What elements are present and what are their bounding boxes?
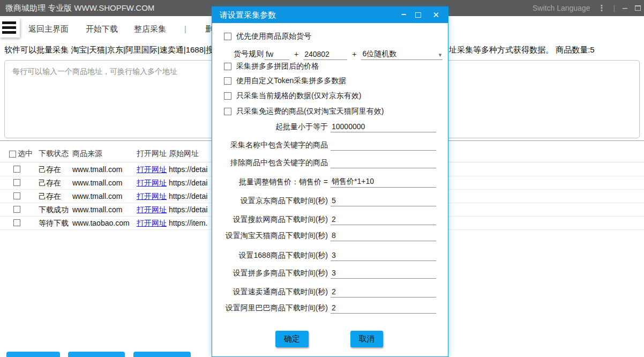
field-label: 起批量小于等于 — [212, 121, 328, 132]
hamburger-bar — [2, 21, 16, 24]
field-row-min-batch: 起批量小于等于 — [212, 121, 448, 135]
field-row-soukuan-delay: 设置搜款网商品下载时间(秒) — [212, 213, 448, 227]
random-digits-dropdown[interactable]: 6位随机数 ▾ — [361, 48, 443, 60]
back-to-main-button[interactable]: 返回主界面 — [28, 16, 69, 42]
plus-sign: + — [294, 50, 298, 58]
open-url-link[interactable]: 打开网址 — [137, 163, 167, 176]
alibaba-delay-input[interactable] — [331, 302, 436, 314]
dropdown-value: 6位随机数 — [362, 49, 396, 58]
dialog-title: 请设置采集参数 — [220, 7, 276, 23]
row-original-url: https://detai — [169, 203, 207, 217]
open-url-link[interactable]: 打开网址 — [137, 203, 167, 217]
titlebar-divider: | — [613, 4, 615, 12]
hamburger-menu-icon[interactable] — [0, 18, 20, 38]
row-source: www.tmall.com — [72, 163, 122, 176]
field-row-taobao-tmall-delay: 设置淘宝天猫商品下载时间(秒) — [212, 229, 448, 243]
field-label: 排除商品中包含关键字的商品 — [212, 157, 328, 168]
field-label: 批量调整销售价：销售价 = — [212, 176, 328, 188]
checkbox-icon[interactable] — [224, 63, 231, 70]
header-original-url: 原始网址 — [169, 149, 199, 159]
checkbox-icon[interactable] — [224, 92, 231, 100]
start-download-button[interactable]: 开始下载 — [86, 16, 118, 42]
checkbox-icon[interactable] — [224, 77, 231, 85]
row-source: www.tmall.com — [72, 203, 122, 217]
checkbox-icon[interactable] — [224, 33, 231, 40]
field-label: 设置阿里巴巴商品下载时间(秒) — [212, 302, 328, 314]
dialog-titlebar: 请设置采集参数 – ✕ — [212, 7, 448, 23]
header-source: 商品来源 — [72, 149, 102, 159]
dialog-minimize-icon[interactable]: – — [401, 7, 406, 22]
row-original-url: https://detai — [169, 163, 207, 176]
row-checkbox[interactable] — [13, 192, 20, 199]
bottom-action-button-1[interactable] — [6, 352, 60, 357]
header-open-url: 打开网址 — [137, 149, 167, 159]
field-row-include-keyword: 采集名称中包含关键字的商品 — [212, 139, 448, 153]
field-row-pdd-delay: 设置拼多多商品下载时间(秒) — [212, 267, 448, 281]
field-row-jd-delay: 设置京东商品下载时间(秒) — [212, 195, 448, 209]
soukuan-delay-input[interactable] — [331, 213, 436, 225]
field-label: 设置拼多多商品下载时间(秒) — [212, 267, 328, 279]
sku-prefix-input[interactable] — [265, 48, 289, 60]
row-original-url: https://detai — [169, 176, 207, 190]
pdd-group-price-checkbox-row[interactable]: 采集拼多多拼团后的价格 — [224, 62, 319, 71]
row-checkbox[interactable] — [13, 219, 20, 226]
taobao-tmall-delay-input[interactable] — [331, 229, 436, 241]
header-selected: 选中 — [18, 149, 33, 159]
whole-shop-collect-button[interactable]: 整店采集 — [134, 16, 166, 42]
bottom-action-button-2[interactable] — [68, 352, 125, 357]
min-batch-input[interactable] — [331, 121, 436, 132]
open-url-link[interactable]: 打开网址 — [137, 190, 167, 203]
open-url-link[interactable]: 打开网址 — [137, 176, 167, 190]
dialog-close-icon[interactable]: ✕ — [432, 7, 439, 23]
row-original-url: https://detai — [169, 190, 207, 203]
bottom-action-button-3[interactable] — [133, 352, 191, 357]
switch-language-button[interactable]: Switch Language — [533, 4, 590, 12]
plus-sign: + — [352, 50, 356, 58]
dialog-maximize-icon[interactable] — [415, 12, 421, 18]
custom-token-checkbox-row[interactable]: 使用自定义Token采集拼多多数据 — [224, 76, 346, 86]
checkbox-label: 优先使用商品原始货号 — [236, 32, 311, 41]
header-status: 下载状态 — [39, 149, 69, 159]
toolbar-divider: | — [184, 16, 186, 42]
row-checkbox[interactable] — [13, 166, 20, 173]
price-formula-input[interactable] — [331, 176, 436, 188]
jd-delay-input[interactable] — [331, 195, 436, 206]
collect-settings-dialog: 请设置采集参数 – ✕ 优先使用商品原始货号 货号规则 + + 6位随机数 ▾ … — [212, 6, 448, 357]
window-title: 微商城助理 专业版 WWW.SHOPFW.COM — [5, 0, 154, 16]
checkbox-icon[interactable] — [224, 108, 231, 115]
checkbox-label: 只采集当前规格的数据(仅对京东有效) — [236, 91, 361, 101]
maximize-icon[interactable] — [635, 5, 641, 11]
aliexpress-delay-input[interactable] — [331, 286, 436, 298]
titlebar-controls: Switch Language ⋮ | – — [533, 0, 641, 16]
sku-rule-row: 货号规则 + + 6位随机数 ▾ — [234, 48, 443, 61]
hamburger-bar — [2, 31, 16, 34]
pdd-delay-input[interactable] — [331, 267, 436, 279]
row-checkbox[interactable] — [13, 206, 20, 213]
chevron-down-icon: ▾ — [439, 49, 442, 60]
sku-middle-input[interactable] — [303, 48, 347, 60]
open-url-link[interactable]: 打开网址 — [137, 217, 167, 230]
alibaba1688-delay-input[interactable] — [331, 249, 436, 261]
exclude-keyword-input[interactable] — [331, 157, 436, 168]
ok-button[interactable]: 确定 — [275, 331, 309, 347]
info-text-right: 址采集等多种方式获得数据。 商品数量:5 — [449, 42, 595, 58]
field-label: 设置搜款网商品下载时间(秒) — [212, 213, 328, 225]
field-row-1688-delay: 设置1688商品下载时间(秒) — [212, 249, 448, 263]
free-shipping-only-checkbox-row[interactable]: 只采集免运费的商品(仅对淘宝天猫阿里有效) — [224, 107, 384, 116]
minimize-icon[interactable]: – — [623, 0, 627, 16]
row-checkbox[interactable] — [13, 179, 20, 186]
row-source: www.tmall.com — [72, 176, 122, 190]
row-source: www.taobao.com — [72, 217, 130, 230]
current-spec-only-checkbox-row[interactable]: 只采集当前规格的数据(仅对京东有效) — [224, 91, 361, 101]
row-source: www.tmall.com — [72, 190, 122, 203]
cancel-button[interactable]: 取消 — [350, 331, 383, 347]
select-all-checkbox[interactable] — [9, 151, 16, 158]
field-label: 设置1688商品下载时间(秒) — [212, 249, 328, 261]
use-original-sku-checkbox-row[interactable]: 优先使用商品原始货号 — [224, 32, 311, 41]
field-row-alibaba-delay: 设置阿里巴巴商品下载时间(秒) — [212, 302, 448, 316]
field-row-aliexpress-delay: 设置速卖通商品下载时间(秒) — [212, 286, 448, 300]
app-window: 微商城助理 专业版 WWW.SHOPFW.COM Switch Language… — [0, 0, 644, 357]
include-keyword-input[interactable] — [331, 139, 436, 151]
more-options-icon[interactable]: ⋮ — [597, 5, 605, 11]
field-label: 设置淘宝天猫商品下载时间(秒) — [212, 229, 328, 241]
